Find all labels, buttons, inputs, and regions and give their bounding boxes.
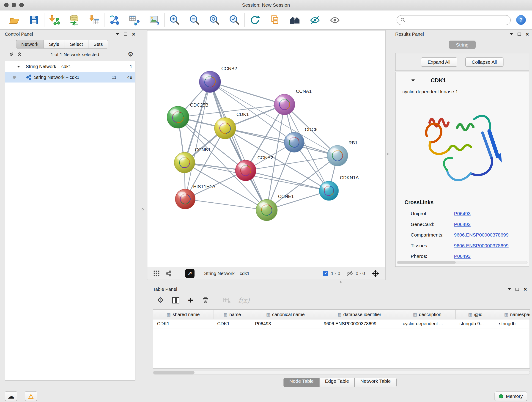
panel-float-icon[interactable]	[515, 288, 519, 291]
cell-shared-name[interactable]: CDK1	[153, 319, 214, 328]
expand-tree-icon[interactable]	[9, 52, 14, 57]
save-session-button[interactable]	[24, 12, 44, 28]
copy-document-button[interactable]	[265, 12, 285, 28]
panel-menu-icon[interactable]	[508, 288, 511, 290]
table-tabs: Node Table Edge Table Network Table	[150, 378, 530, 387]
show-graphics-details-button[interactable]	[325, 12, 345, 28]
panel-close-icon[interactable]: ✕	[524, 287, 527, 292]
network-node[interactable]: CCNB1	[174, 147, 211, 173]
open-session-button[interactable]	[4, 12, 24, 28]
import-network-database-button[interactable]	[64, 12, 84, 28]
pan-crosshair-icon[interactable]	[372, 270, 379, 277]
table-row[interactable]: CDK1 CDK1 P06493 9606.ENSP00000378699 cy…	[153, 319, 530, 328]
tab-edge-table[interactable]: Edge Table	[319, 378, 355, 387]
column-header-canonical-name[interactable]: ▦canonical name	[251, 310, 320, 319]
tab-network[interactable]: Network	[16, 40, 44, 49]
network-options-gear-icon[interactable]: ⚙	[128, 51, 133, 58]
search-field[interactable]	[397, 15, 511, 25]
panel-float-icon[interactable]	[124, 32, 127, 36]
cloud-status-button[interactable]: ☁	[5, 391, 17, 401]
crosslink-genecard-link[interactable]: P06493	[454, 221, 471, 227]
new-network-from-selection-button[interactable]	[104, 12, 124, 28]
network-from-table-button[interactable]	[124, 12, 144, 28]
cell-database-identifier[interactable]: 9606.ENSP00000378699	[320, 319, 399, 328]
tab-network-table[interactable]: Network Table	[355, 378, 397, 387]
import-table-file-button[interactable]	[84, 12, 104, 28]
tab-sets[interactable]: Sets	[88, 40, 108, 49]
network-view-share-icon[interactable]	[166, 270, 172, 276]
results-horizontal-scrollbar[interactable]	[397, 261, 528, 264]
cell-canonical-name[interactable]: P06493	[251, 319, 320, 328]
delete-table-icon[interactable]	[223, 296, 231, 304]
collapse-tree-icon[interactable]	[17, 52, 22, 57]
column-sort-icon: ▦	[223, 312, 227, 317]
grid-view-icon[interactable]	[154, 270, 160, 276]
cell-id[interactable]: stringdb:9...	[456, 319, 495, 328]
zoom-in-button[interactable]	[165, 12, 185, 28]
column-header-name[interactable]: ▦name	[214, 310, 251, 319]
selected-checkbox-icon[interactable]: ✓	[323, 271, 328, 276]
crosslink-compartments-link[interactable]: 9606.ENSP00000378699	[454, 232, 509, 238]
table-options-gear-icon[interactable]: ⚙	[157, 296, 164, 304]
network-node[interactable]: HIST1H1A	[175, 184, 215, 209]
import-network-file-button[interactable]	[44, 12, 64, 28]
collapse-all-button[interactable]: Collapse All	[465, 57, 503, 67]
tab-style[interactable]: Style	[44, 40, 65, 49]
birdseye-view-button[interactable]	[285, 12, 305, 28]
add-column-icon[interactable]: +	[188, 295, 193, 305]
tab-select[interactable]: Select	[64, 40, 88, 49]
column-header-database-identifier[interactable]: ▦database identifier	[320, 310, 399, 319]
network-canvas[interactable]: CCNB2CCNA1CDC25BCDK1CDC6RB1CCNB1CCNA2CDK…	[147, 31, 385, 267]
show-columns-icon[interactable]	[172, 296, 180, 304]
function-builder-icon[interactable]: f(x)	[238, 296, 249, 304]
collection-expander-icon[interactable]	[17, 65, 20, 67]
tab-string[interactable]: String	[449, 41, 476, 49]
delete-column-icon[interactable]	[202, 296, 209, 304]
network-node[interactable]: CDK1	[215, 112, 249, 139]
gene-header[interactable]: CDK1	[396, 77, 529, 85]
panel-close-icon[interactable]: ✕	[132, 32, 135, 36]
bottom-splitter-handle[interactable]	[340, 281, 342, 283]
zoom-selected-button[interactable]	[225, 12, 244, 28]
network-node[interactable]: RB1	[327, 140, 357, 166]
cell-description[interactable]: cyclin-dependent ...	[399, 319, 456, 328]
network-node[interactable]: CDKN1A	[319, 175, 359, 201]
help-button[interactable]: ?	[516, 15, 526, 25]
expand-all-button[interactable]: Expand All	[421, 57, 457, 67]
column-header-id[interactable]: ▦@id	[456, 310, 495, 319]
table-horizontal-scrollbar[interactable]	[153, 370, 530, 375]
control-panel-tabs: Network Style Select Sets	[16, 40, 138, 49]
search-input[interactable]	[408, 17, 507, 23]
column-header-namespace[interactable]: ▦namespace	[495, 310, 530, 319]
network-node[interactable]: CCNA1	[274, 89, 312, 115]
panel-float-icon[interactable]	[518, 32, 521, 36]
network-row[interactable]: String Network – cdk1 11 48	[5, 72, 135, 83]
network-tree: String Network – cdk1 1 String Network –…	[5, 61, 135, 381]
hide-graphics-details-button[interactable]	[305, 12, 325, 28]
zoom-fit-button[interactable]	[205, 12, 225, 28]
gene-expander-icon[interactable]	[412, 80, 415, 82]
detach-view-button[interactable]: ↗	[185, 269, 195, 278]
left-splitter-handle[interactable]	[142, 208, 144, 211]
cell-name[interactable]: CDK1	[214, 319, 251, 328]
crosslink-uniprot-link[interactable]: P06493	[454, 211, 471, 216]
memory-button[interactable]: Memory	[495, 391, 527, 401]
zoom-out-button[interactable]	[185, 12, 205, 28]
crosslink-tissues-link[interactable]: 9606.ENSP00000378699	[454, 243, 509, 248]
column-header-description[interactable]: ▦description	[399, 310, 456, 319]
cell-namespace[interactable]: stringdb	[495, 319, 530, 328]
network-node[interactable]: CDC6	[284, 127, 317, 153]
panel-menu-icon[interactable]	[116, 33, 119, 35]
panel-close-icon[interactable]: ✕	[526, 32, 529, 36]
crosslink-pharos-link[interactable]: P06493	[454, 254, 471, 259]
panel-menu-icon[interactable]	[510, 33, 513, 35]
hidden-eye-slash-icon[interactable]	[346, 270, 353, 277]
tab-node-table[interactable]: Node Table	[284, 378, 320, 387]
refresh-layout-button[interactable]	[245, 12, 265, 28]
network-collection-row[interactable]: String Network – cdk1 1	[5, 61, 135, 72]
warnings-button[interactable]: ⚠	[25, 391, 37, 401]
column-header-shared-name[interactable]: ▦shared name	[153, 310, 214, 319]
network-graph[interactable]: CCNB2CCNA1CDC25BCDK1CDC6RB1CCNB1CCNA2CDK…	[147, 31, 385, 267]
export-image-button[interactable]	[144, 12, 164, 28]
right-splitter-handle[interactable]	[387, 153, 389, 155]
